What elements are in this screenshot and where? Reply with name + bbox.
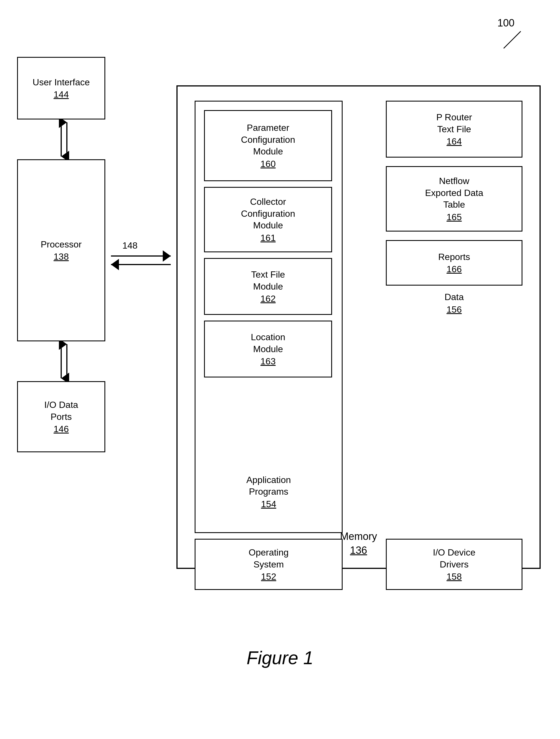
- collector-config-box: CollectorConfigurationModule 161: [204, 187, 332, 252]
- param-config-label: ParameterConfigurationModule: [241, 122, 295, 158]
- user-interface-ref: 144: [53, 89, 68, 100]
- user-interface-box: User Interface 144: [17, 57, 105, 120]
- reports-ref: 166: [446, 264, 461, 275]
- data-ref: 156: [386, 304, 523, 315]
- diagram: 100: [0, 0, 560, 697]
- collector-config-ref: 161: [260, 233, 275, 243]
- io-device-drivers-box: I/O DeviceDrivers 158: [386, 539, 523, 590]
- p-router-ref: 164: [446, 136, 461, 147]
- io-device-drivers-ref: 158: [446, 572, 461, 582]
- memory-box: Memory 136 ParameterConfigurationModule …: [176, 85, 541, 569]
- arrow-148-label: 148: [122, 240, 137, 251]
- processor-label: Processor: [41, 239, 82, 251]
- collector-config-label: CollectorConfigurationModule: [241, 196, 295, 232]
- svg-line-4: [504, 31, 521, 48]
- param-config-box: ParameterConfigurationModule 160: [204, 110, 332, 181]
- reports-label: Reports: [438, 251, 470, 263]
- param-config-ref: 160: [260, 159, 275, 169]
- processor-box: Processor 138: [17, 159, 105, 341]
- reports-box: Reports 166: [386, 240, 523, 286]
- app-programs-ref: 154: [195, 499, 342, 509]
- netflow-ref: 165: [446, 212, 461, 223]
- processor-ref: 138: [53, 252, 68, 262]
- location-module-label: LocationModule: [251, 331, 285, 355]
- data-label: Data: [386, 291, 523, 303]
- p-router-box: P RouterText File 164: [386, 101, 523, 158]
- netflow-label: NetflowExported DataTable: [425, 175, 483, 211]
- operating-system-box: OperatingSystem 152: [195, 539, 342, 590]
- io-data-ports-box: I/O DataPorts 146: [17, 381, 105, 452]
- app-programs-label: ApplicationPrograms: [195, 474, 342, 498]
- io-device-drivers-label: I/O DeviceDrivers: [433, 547, 475, 570]
- location-module-ref: 163: [260, 356, 275, 366]
- data-area: Data 156: [386, 291, 523, 315]
- app-programs-column: ParameterConfigurationModule 160 Collect…: [195, 101, 342, 533]
- text-file-module-ref: 162: [260, 294, 275, 304]
- netflow-box: NetflowExported DataTable 165: [386, 166, 523, 232]
- ref-100-label: 100: [498, 17, 515, 29]
- p-router-label: P RouterText File: [436, 112, 472, 135]
- location-module-box: LocationModule 163: [204, 321, 332, 378]
- operating-system-ref: 152: [261, 572, 276, 582]
- user-interface-label: User Interface: [33, 77, 90, 89]
- text-file-module-label: Text FileModule: [251, 269, 285, 292]
- operating-system-label: OperatingSystem: [249, 547, 289, 570]
- io-data-ports-ref: 146: [53, 424, 68, 434]
- io-data-ports-label: I/O DataPorts: [44, 399, 78, 423]
- text-file-module-box: Text FileModule 162: [204, 258, 332, 315]
- figure-caption: Figure 1: [0, 647, 560, 669]
